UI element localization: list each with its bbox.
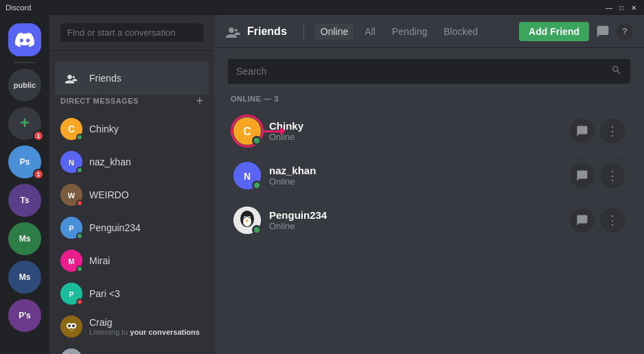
dm-name-chinky: Chinky xyxy=(89,123,203,134)
status-dot-penguin234 xyxy=(76,233,83,239)
add-friend-button[interactable]: Add Friend xyxy=(519,22,589,41)
svg-point-34 xyxy=(249,217,250,218)
avatar-wrap-naz-khan: N xyxy=(60,151,82,173)
message-button-penguin234[interactable] xyxy=(570,208,595,233)
svg-point-33 xyxy=(244,217,246,218)
friend-actions-naz-khan: ⋮ xyxy=(570,163,625,188)
server-icon-ts[interactable]: Ts xyxy=(8,184,41,217)
friend-status-dot-chinky xyxy=(252,136,262,145)
dm-item-chinky[interactable]: C Chinky xyxy=(55,113,209,145)
server-icon-ps2[interactable]: P's xyxy=(8,299,41,332)
server-icon-ms2[interactable]: Ms xyxy=(8,261,41,294)
friend-row-penguin234[interactable]: Penguin234 Online ⋮ xyxy=(228,198,630,242)
titlebar-title: Discord xyxy=(5,3,604,12)
close-button[interactable]: ✕ xyxy=(629,3,639,12)
friend-name-penguin234: Penguin234 xyxy=(269,209,570,221)
svg-text:C: C xyxy=(68,123,75,134)
maximize-button[interactable]: □ xyxy=(617,3,626,12)
status-dot-weirdo xyxy=(76,200,83,206)
server-icon-home[interactable] xyxy=(8,23,41,56)
message-button-chinky[interactable] xyxy=(570,119,595,143)
nav-tab-blocked[interactable]: Blocked xyxy=(438,23,483,40)
dm-section: Friends Direct Messages + C Chinky xyxy=(49,51,214,354)
nav-title: Friends xyxy=(247,25,287,38)
server-icon-ms1[interactable]: Ms xyxy=(8,222,41,255)
friend-avatar-wrap-naz-khan: N xyxy=(233,162,261,189)
svg-point-16 xyxy=(72,324,75,327)
dm-name-weirdo: WEIRDO xyxy=(89,189,203,200)
friend-row-chinky[interactable]: C Chinky Online ⋮ xyxy=(228,108,630,153)
dm-name-wrap-craig: Craig Listening to your conversations xyxy=(89,317,203,336)
friend-avatar-wrap-penguin234 xyxy=(233,206,261,234)
app-container: public + 1 Ps 1 Ts Ms Ms P's xyxy=(0,15,644,354)
sidebar-friends-label: Friends xyxy=(89,73,203,84)
avatar-wrap-craig xyxy=(60,316,82,338)
server-icon-public[interactable]: public xyxy=(8,69,41,102)
nav-tab-online[interactable]: Online xyxy=(315,23,354,40)
svg-point-35 xyxy=(246,220,249,222)
message-button-naz-khan[interactable] xyxy=(570,163,595,188)
sidebar-item-friends[interactable]: Friends xyxy=(55,62,209,95)
svg-text:N: N xyxy=(69,158,74,167)
server-icon-add[interactable]: + 1 xyxy=(8,107,41,140)
add-dm-button[interactable]: + xyxy=(196,95,203,107)
dm-name-craig: Craig xyxy=(89,317,203,328)
friends-content: ONLINE — 3 C Chinky Online xyxy=(214,48,644,354)
friends-icon xyxy=(60,67,82,89)
server-label-ms2: Ms xyxy=(19,272,31,282)
friend-status-penguin234: Online xyxy=(269,221,570,231)
titlebar-controls: — □ ✕ xyxy=(604,3,639,12)
svg-text:C: C xyxy=(243,126,251,137)
nav-tab-all[interactable]: All xyxy=(359,23,381,40)
nav-divider xyxy=(303,23,304,40)
status-dot-chinky xyxy=(76,134,83,141)
main-content: Friends Online All Pending Blocked Add F… xyxy=(214,15,644,354)
friend-actions-penguin234: ⋮ xyxy=(570,208,625,233)
friends-nav-icon xyxy=(225,23,242,40)
server-badge-ps: 1 xyxy=(33,169,44,180)
nav-tab-pending[interactable]: Pending xyxy=(387,23,433,40)
minimize-button[interactable]: — xyxy=(604,3,614,12)
dm-item-craig[interactable]: Craig Listening to your conversations xyxy=(55,310,209,343)
inbox-button[interactable] xyxy=(595,23,611,40)
top-nav: Friends Online All Pending Blocked Add F… xyxy=(214,15,644,48)
friend-status-dot-naz-khan xyxy=(252,180,262,190)
friend-status-dot-penguin234 xyxy=(252,225,262,235)
search-icon xyxy=(611,64,622,78)
dm-name-pari3: Pari <3 xyxy=(89,288,203,299)
more-button-naz-khan[interactable]: ⋮ xyxy=(600,163,625,188)
dm-item-pari3[interactable]: P Pari <3 xyxy=(55,277,209,310)
friend-row-naz-khan[interactable]: N naz_khan Online ⋮ xyxy=(228,153,630,198)
avatar-wrap-mirai: M xyxy=(60,250,82,272)
status-dot-mirai xyxy=(76,266,83,272)
server-divider xyxy=(14,62,36,63)
friends-search-input[interactable] xyxy=(236,66,606,77)
dm-item-weirdo[interactable]: W WEIRDO xyxy=(55,178,209,211)
avatar-wrap-penguin234: P xyxy=(60,217,82,239)
friends-search-bar[interactable] xyxy=(228,59,630,84)
more-button-penguin234[interactable]: ⋮ xyxy=(600,208,625,233)
friend-status-chinky: Online xyxy=(269,132,570,142)
dm-item-penguin234[interactable]: P Penguin234 xyxy=(55,211,209,244)
dm-name-mirai: Mirai xyxy=(89,255,203,266)
more-button-chinky[interactable]: ⋮ xyxy=(600,119,625,143)
friend-status-naz-khan: Online xyxy=(269,176,570,187)
server-label-ts: Ts xyxy=(20,196,29,205)
server-icon-ps[interactable]: Ps 1 xyxy=(8,145,41,178)
online-header: ONLINE — 3 xyxy=(228,95,630,103)
avatar-wrap-chinky: C xyxy=(60,118,82,140)
dm-item-naz-khan[interactable]: N naz_khan xyxy=(55,145,209,178)
dm-item-chillzone[interactable]: ChillZone Bot xyxy=(55,343,209,354)
server-label-ps: Ps xyxy=(20,157,30,167)
server-label-ms1: Ms xyxy=(19,234,31,244)
find-conversation-bar[interactable]: Find or start a conversation xyxy=(60,23,203,42)
dm-item-mirai[interactable]: M Mirai xyxy=(55,244,209,277)
svg-text:W: W xyxy=(68,191,76,200)
selection-arrow xyxy=(264,127,286,135)
friend-info-chinky: Chinky Online xyxy=(269,120,570,142)
dm-section-label: Direct Messages xyxy=(60,97,139,105)
status-dot-naz-khan xyxy=(76,167,83,174)
server-label-ps2: P's xyxy=(19,311,31,320)
help-button[interactable]: ? xyxy=(617,23,633,40)
friend-actions-chinky: ⋮ xyxy=(570,119,625,143)
